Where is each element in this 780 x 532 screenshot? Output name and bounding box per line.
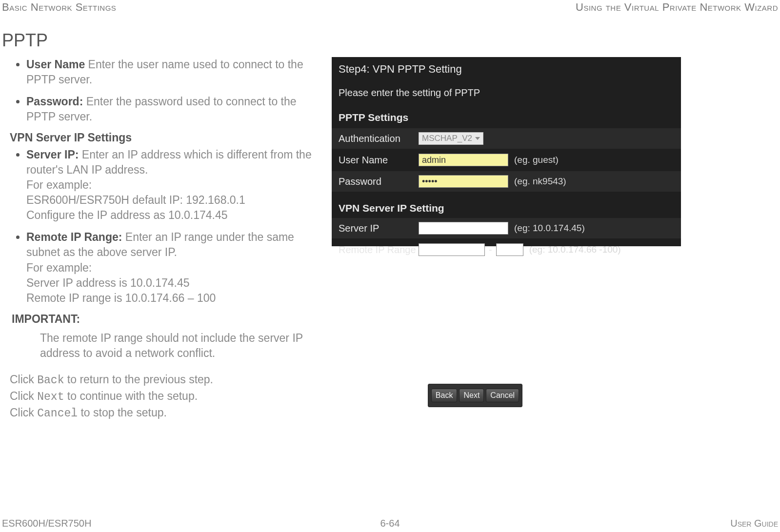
label-remote-ip-range: Remote IP Range (332, 244, 419, 255)
header-left: Basic Network Settings (2, 1, 116, 14)
row-authentication: Authentication MSCHAP_V2 (332, 128, 681, 149)
body-column: User Name Enter the user name used to co… (10, 57, 322, 421)
dash-icon: - (489, 244, 492, 256)
input-username[interactable]: admin (419, 154, 508, 166)
row-server-ip: Server IP (eg: 10.0.174.45) (332, 218, 681, 238)
click-next-line: Click Next to continue with the setup. (10, 388, 322, 405)
header-right: Using the Virtual Private Network Wizard (576, 1, 778, 14)
click-back-b: to return to the previous step. (64, 373, 213, 386)
click-cancel-btn: Cancel (37, 407, 78, 420)
row-password: Password ••••• (eg. nk9543) (332, 171, 681, 192)
group-pptp-settings: PPTP Settings (339, 112, 408, 123)
footer-right: User Guide (730, 518, 778, 529)
input-server-ip[interactable] (419, 222, 508, 235)
remote-l2: Server IP address is 10.0.174.45 (26, 276, 322, 291)
row-username: User Name admin (eg. guest) (332, 150, 681, 170)
label-server-ip: Server IP (332, 223, 419, 234)
eg-server-ip: (eg: 10.0.174.45) (514, 223, 585, 234)
click-next-b: to continue with the setup. (64, 390, 198, 402)
cancel-button[interactable]: Cancel (486, 389, 519, 402)
eg-remote-ip-range: (eg: 10.0.174.66 -100) (529, 244, 621, 255)
wizard-button-bar: Back Next Cancel (428, 384, 522, 407)
click-back-btn: Back (37, 374, 64, 387)
select-authentication[interactable]: MSCHAP_V2 (419, 132, 483, 145)
bullet-password: Password: Enter the password used to con… (26, 94, 322, 124)
section-title: PPTP (2, 30, 48, 51)
bullet-username: User Name Enter the user name used to co… (26, 57, 322, 87)
click-next-btn: Next (37, 391, 64, 403)
term-serverip: Server IP: (26, 148, 79, 161)
click-back-line: Click Back to return to the previous ste… (10, 372, 322, 388)
input-remote-ip-end[interactable] (496, 243, 523, 256)
eg-password: (eg. nk9543) (514, 176, 566, 187)
term-password: Password: (26, 95, 83, 108)
click-cancel-b: to stop the setup. (78, 406, 167, 419)
bullet-serverip: Server IP: Enter an IP address which is … (26, 147, 322, 223)
step-title: Step4: VPN PPTP Setting (339, 63, 462, 76)
router-ui-screenshot: Step4: VPN PPTP Setting Please enter the… (332, 57, 681, 246)
term-username: User Name (26, 58, 85, 71)
click-next-a: Click (10, 390, 37, 402)
back-button[interactable]: Back (431, 389, 458, 402)
important-label: IMPORTANT: (12, 313, 322, 326)
click-block: Click Back to return to the previous ste… (10, 372, 322, 422)
vpn-server-ip-subhead: VPN Server IP Settings (10, 131, 322, 144)
click-back-a: Click (10, 373, 37, 386)
serverip-l3: Configure the IP address as 10.0.174.45 (26, 208, 322, 223)
click-cancel-a: Click (10, 406, 37, 419)
group-vpn-server-ip: VPN Server IP Setting (339, 202, 444, 214)
remote-l3: Remote IP range is 10.0.174.66 – 100 (26, 291, 322, 306)
term-remote: Remote IP Range: (26, 231, 122, 243)
input-password[interactable]: ••••• (419, 175, 508, 188)
label-authentication: Authentication (332, 133, 419, 144)
footer-left: ESR600H/ESR750H (2, 518, 91, 529)
step-subtitle: Please enter the setting of PPTP (339, 87, 480, 99)
remote-l1: For example: (26, 260, 322, 276)
label-password: Password (332, 176, 419, 187)
row-remote-ip-range: Remote IP Range - (eg: 10.0.174.66 -100) (332, 239, 681, 260)
next-button[interactable]: Next (459, 389, 484, 402)
serverip-l2: ESR600H/ESR750H default IP: 192.168.0.1 (26, 193, 322, 208)
eg-username: (eg. guest) (514, 155, 559, 165)
footer-center: 6-64 (380, 518, 400, 529)
important-text: The remote IP range should not include t… (40, 331, 322, 361)
bullet-remote: Remote IP Range: Enter an IP range under… (26, 230, 322, 305)
serverip-l1: For example: (26, 177, 322, 193)
click-cancel-line: Click Cancel to stop the setup. (10, 405, 322, 421)
important-block: IMPORTANT: The remote IP range should no… (12, 313, 322, 361)
input-remote-ip-start[interactable] (419, 243, 485, 256)
label-username: User Name (332, 155, 419, 166)
